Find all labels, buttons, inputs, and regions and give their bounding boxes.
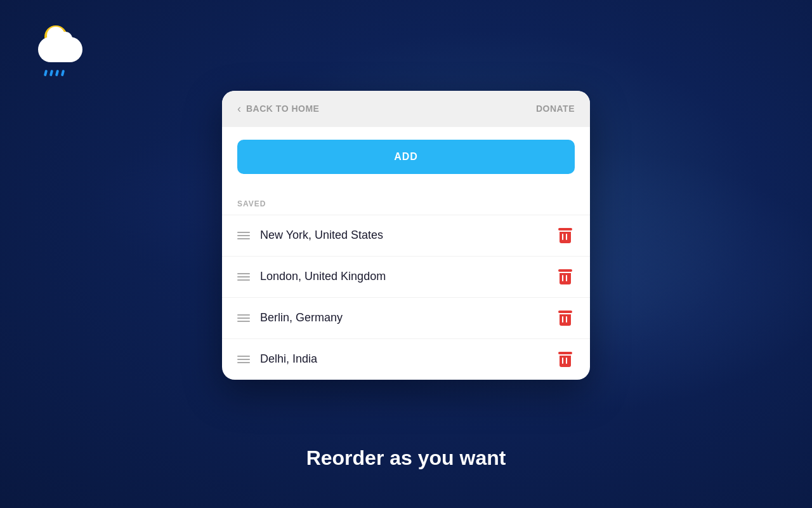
location-name: New York, United States <box>260 229 546 242</box>
location-list: New York, United States London, United K… <box>222 215 590 380</box>
main-card: ‹ BACK TO HOME DONATE ADD SAVED New York… <box>222 91 590 380</box>
trash-icon <box>558 228 572 243</box>
card-body: ADD <box>222 127 590 187</box>
bottom-tagline: Reorder as you want <box>0 446 812 470</box>
add-button[interactable]: ADD <box>237 140 575 174</box>
delete-button[interactable] <box>556 267 575 287</box>
app-logo <box>38 25 89 76</box>
saved-section-label: SAVED <box>222 187 590 215</box>
trash-icon <box>558 269 572 284</box>
list-item: New York, United States <box>222 215 590 256</box>
drag-handle-icon[interactable] <box>237 314 250 322</box>
trash-icon <box>558 352 572 367</box>
card-header: ‹ BACK TO HOME DONATE <box>222 91 590 127</box>
location-name: Delhi, India <box>260 352 546 366</box>
delete-button[interactable] <box>556 308 575 328</box>
list-item: Berlin, Germany <box>222 297 590 338</box>
delete-button[interactable] <box>556 349 575 370</box>
cloud-icon <box>38 37 82 62</box>
trash-icon <box>558 311 572 326</box>
list-item: London, United Kingdom <box>222 256 590 297</box>
location-name: London, United Kingdom <box>260 270 546 283</box>
list-item: Delhi, India <box>222 338 590 380</box>
location-name: Berlin, Germany <box>260 311 546 324</box>
chevron-left-icon: ‹ <box>237 102 241 116</box>
donate-button[interactable]: DONATE <box>536 104 575 114</box>
drag-handle-icon[interactable] <box>237 273 250 281</box>
back-to-home-button[interactable]: ‹ BACK TO HOME <box>237 102 319 116</box>
rain-icon <box>44 70 64 76</box>
delete-button[interactable] <box>556 225 575 246</box>
drag-handle-icon[interactable] <box>237 232 250 239</box>
drag-handle-icon[interactable] <box>237 356 250 363</box>
back-label: BACK TO HOME <box>246 104 319 114</box>
